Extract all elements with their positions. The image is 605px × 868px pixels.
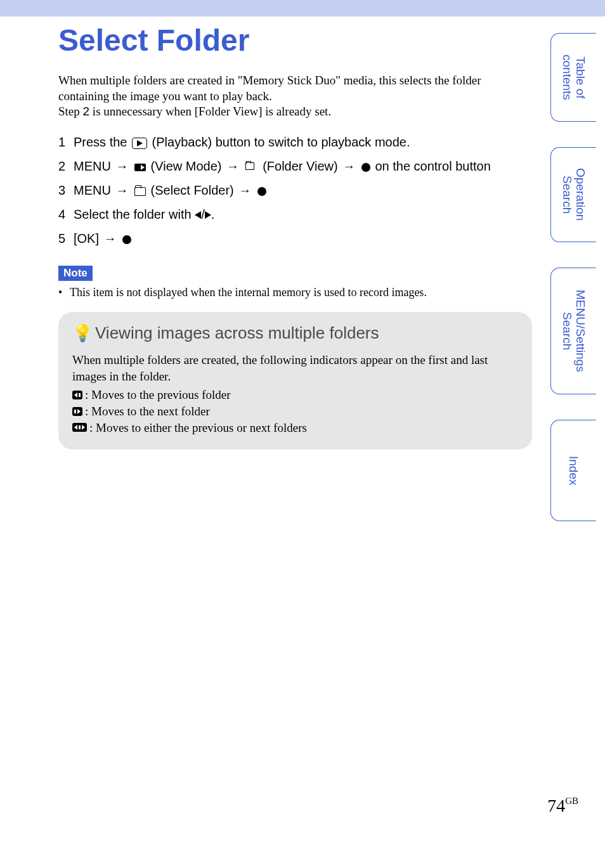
folder-view-icon <box>245 162 258 172</box>
view-mode-icon <box>134 164 146 171</box>
tip-item-both: : Moves to either the previous or next f… <box>72 420 518 436</box>
step4-text: Select the folder with <box>74 207 195 221</box>
tip-list: : Moves to the previous folder : Moves t… <box>72 387 518 436</box>
note-label: Note <box>58 266 93 281</box>
step2-end: on the control button <box>375 159 490 173</box>
step-3: 3 MENU → (Select Folder) → <box>58 179 532 201</box>
page-num: 74 <box>547 796 565 815</box>
center-button-icon <box>257 187 266 196</box>
intro-paragraph: When multiple folders are created in "Me… <box>58 73 532 120</box>
step3-sf: (Select Folder) <box>151 183 238 197</box>
center-button-icon <box>361 163 370 172</box>
left-arrow-icon <box>195 211 201 219</box>
note-body: • This item is not displayed when the in… <box>58 286 532 299</box>
arrow-icon: → <box>104 231 117 245</box>
step-text: [OK] → <box>74 228 532 249</box>
tip-icon: 💡 <box>72 323 93 343</box>
tab-label: Index <box>567 456 581 485</box>
playback-icon <box>132 138 147 149</box>
step-2: 2 MENU → (View Mode) → (Folder View) → o… <box>58 155 532 177</box>
tab-operation-search[interactable]: OperationSearch <box>550 147 596 242</box>
arrow-icon: → <box>226 159 239 173</box>
step2-fv: (Folder View) <box>263 159 341 173</box>
step-text: Select the folder with /. <box>74 204 532 225</box>
tip-intro: When multiple folders are created, the f… <box>72 352 518 384</box>
next-folder-icon <box>72 407 82 416</box>
arrow-icon: → <box>115 159 128 173</box>
step-num: 5 <box>58 228 74 249</box>
step-5: 5 [OK] → <box>58 228 532 249</box>
arrow-icon: → <box>342 159 355 173</box>
folder-icon <box>134 187 146 196</box>
step-text: MENU → (View Mode) → (Folder View) → on … <box>74 155 532 177</box>
page-suffix: GB <box>565 796 578 806</box>
tip-title: Viewing images across multiple folders <box>95 323 379 343</box>
note-text: This item is not displayed when the inte… <box>70 286 427 299</box>
right-arrow-icon <box>205 211 211 219</box>
page-content: Select Folder When multiple folders are … <box>0 16 605 450</box>
tip-title-row: 💡 Viewing images across multiple folders <box>72 323 518 343</box>
step-text: Press the (Playback) button to switch to… <box>74 131 532 153</box>
step-1: 1 Press the (Playback) button to switch … <box>58 131 532 153</box>
both-folder-icon <box>72 423 87 432</box>
tip-item-text: : Moves to the previous folder <box>85 387 231 403</box>
step-num: 2 <box>58 155 74 177</box>
intro-line2-post: is unnecessary when [Folder View] is alr… <box>89 105 331 118</box>
step1-pre: Press the <box>74 135 131 149</box>
step5-text: [OK] <box>74 231 103 245</box>
step-num: 1 <box>58 131 74 153</box>
arrow-icon: → <box>115 183 128 197</box>
intro-step-num: 2 <box>83 105 90 118</box>
tip-item-prev: : Moves to the previous folder <box>72 387 518 403</box>
prev-folder-icon <box>72 391 82 399</box>
steps-list: 1 Press the (Playback) button to switch … <box>58 131 532 249</box>
top-bar <box>0 0 605 16</box>
step1-post: (Playback) button to switch to playback … <box>152 135 410 149</box>
step-num: 4 <box>58 204 74 225</box>
arrow-icon: → <box>238 183 251 197</box>
step2-vm: (View Mode) <box>151 159 225 173</box>
step2-menu: MENU <box>74 159 111 173</box>
step-text: MENU → (Select Folder) → <box>74 179 532 201</box>
side-tabs: Table ofcontents OperationSearch MENU/Se… <box>550 33 596 521</box>
tab-label: Table ofcontents <box>560 55 588 100</box>
step3-menu: MENU <box>74 183 111 197</box>
tab-index[interactable]: Index <box>550 420 596 521</box>
tip-item-text: : Moves to the next folder <box>85 403 210 420</box>
tab-label: MENU/SettingsSearch <box>560 290 588 372</box>
page-title: Select Folder <box>58 23 532 58</box>
center-button-icon <box>122 235 131 244</box>
step-num: 3 <box>58 179 74 201</box>
bullet: • <box>58 286 70 299</box>
tip-box: 💡 Viewing images across multiple folders… <box>58 312 532 450</box>
tab-table-of-contents[interactable]: Table ofcontents <box>550 33 596 122</box>
tip-item-next: : Moves to the next folder <box>72 403 518 420</box>
tip-item-text: : Moves to either the previous or next f… <box>89 420 307 436</box>
step-4: 4 Select the folder with /. <box>58 204 532 225</box>
page-number: 74GB <box>547 796 578 816</box>
intro-line2-pre: Step <box>58 105 83 118</box>
tab-menu-settings-search[interactable]: MENU/SettingsSearch <box>550 268 596 394</box>
intro-line1: When multiple folders are created in "Me… <box>58 74 481 103</box>
tip-body: When multiple folders are created, the f… <box>72 352 518 436</box>
tab-label: OperationSearch <box>560 168 588 221</box>
